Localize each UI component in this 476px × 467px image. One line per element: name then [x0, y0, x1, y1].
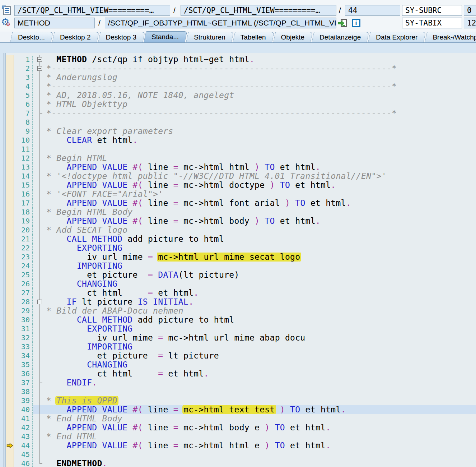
fold-column[interactable]: [33, 55, 46, 64]
line-number[interactable]: 43: [14, 432, 33, 441]
code-line-text[interactable]: * End HTML: [46, 432, 476, 441]
code-line-text[interactable]: EXPORTING: [46, 244, 476, 253]
breakpoint-margin[interactable]: [6, 414, 14, 423]
object-kind-field[interactable]: METHOD: [14, 18, 95, 28]
code-line-text[interactable]: APPEND VALUE #( line = mc->html_doctype …: [46, 181, 476, 190]
code-line-text[interactable]: et_picture = lt_picture: [46, 351, 476, 360]
line-number[interactable]: 18: [14, 208, 33, 217]
breakpoint-margin[interactable]: [6, 253, 14, 262]
line-number[interactable]: 40: [14, 405, 33, 414]
breakpoint-margin[interactable]: [6, 369, 14, 378]
code-line-text[interactable]: CHANGING: [46, 279, 476, 288]
code-line-text[interactable]: ct_html = et_html.: [46, 288, 476, 297]
breakpoint-margin[interactable]: [6, 244, 14, 253]
fold-collapse-icon[interactable]: [37, 66, 42, 71]
code-line-text[interactable]: APPEND VALUE #( line = mc->html_font_ari…: [46, 199, 476, 208]
breakpoint-margin[interactable]: [6, 154, 14, 163]
breakpoint-margin[interactable]: [6, 73, 14, 82]
goto-statement-button[interactable]: [338, 18, 347, 28]
code-line-text[interactable]: *---------------------------------------…: [46, 109, 476, 118]
code-line-text[interactable]: ct_html = et_html.: [46, 369, 476, 378]
line-number[interactable]: 39: [14, 396, 33, 405]
line-number[interactable]: 12: [14, 154, 33, 163]
method-name-field[interactable]: /SCT/QP_IF_OBJTYP_HTML~GET_HTML (/SCT/QP…: [105, 18, 336, 28]
breakpoint-margin[interactable]: [6, 450, 14, 459]
tab-standa-[interactable]: Standa...: [144, 31, 185, 42]
code-line-text[interactable]: * This is QPPD: [46, 396, 476, 405]
breakpoint-margin[interactable]: [6, 100, 14, 109]
line-number[interactable]: 8: [14, 118, 33, 127]
line-number[interactable]: 20: [14, 226, 33, 235]
line-number[interactable]: 28: [14, 297, 33, 306]
code-line-text[interactable]: * '<!doctype html public "-//W3C//DTD HT…: [46, 172, 476, 181]
breakpoint-margin[interactable]: [6, 432, 14, 441]
code-line-text[interactable]: APPEND VALUE #( line = mc->html_text_tes…: [46, 405, 476, 414]
line-number[interactable]: 42: [14, 423, 33, 432]
breakpoint-margin[interactable]: [6, 235, 14, 244]
breakpoint-margin[interactable]: [6, 306, 14, 315]
code-line-text[interactable]: CALL METHOD add_picture_to_html: [46, 315, 476, 324]
sysvar-subrc-field[interactable]: SY-SUBRC: [402, 5, 462, 16]
breakpoint-margin[interactable]: [6, 271, 14, 279]
line-number[interactable]: 33: [14, 342, 33, 351]
code-line-text[interactable]: iv_url_mime = mc->html_url_mime_secat_lo…: [46, 253, 476, 262]
line-number[interactable]: 5: [14, 91, 33, 100]
line-number[interactable]: 37: [14, 378, 33, 387]
line-number-field[interactable]: 44: [345, 5, 400, 16]
breakpoint-margin[interactable]: [6, 279, 14, 288]
code-line-text[interactable]: APPEND VALUE #( line = mc->html_body_e )…: [46, 423, 476, 432]
info-button[interactable]: i: [351, 18, 361, 28]
breakpoint-margin[interactable]: [6, 441, 14, 450]
line-number[interactable]: 4: [14, 82, 33, 91]
code-line-text[interactable]: [46, 450, 476, 459]
breakpoint-margin[interactable]: [6, 217, 14, 226]
code-line-text[interactable]: * Bild der ABAP-Docu nehmen: [46, 306, 476, 315]
tab-data-explorer[interactable]: Data Explorer: [368, 32, 424, 42]
class-field-1[interactable]: /SCT/QP_CL_HTML_VIEW=========…: [14, 5, 170, 16]
code-line-text[interactable]: [46, 387, 476, 396]
line-number[interactable]: 3: [14, 73, 33, 82]
code-line-text[interactable]: CALL METHOD add_picture_to_html: [46, 235, 476, 244]
code-line-text[interactable]: IF lt_picture IS INITIAL.: [46, 297, 476, 306]
line-number[interactable]: 21: [14, 235, 33, 244]
fold-collapse-icon[interactable]: [37, 300, 42, 304]
line-number[interactable]: 15: [14, 181, 33, 190]
breakpoint-margin[interactable]: [6, 127, 14, 136]
line-number[interactable]: 14: [14, 172, 33, 181]
line-number[interactable]: 41: [14, 414, 33, 423]
line-number[interactable]: 31: [14, 324, 33, 333]
line-number[interactable]: 25: [14, 271, 33, 279]
breakpoint-margin[interactable]: [6, 423, 14, 432]
code-line-text[interactable]: * Clear export parameters: [46, 127, 476, 136]
code-line-text[interactable]: [46, 118, 476, 127]
code-line-text[interactable]: * '<FONT FACE="Arial">': [46, 190, 476, 199]
fold-column[interactable]: [33, 64, 46, 73]
breakpoint-margin[interactable]: [6, 208, 14, 217]
breakpoint-margin[interactable]: [6, 333, 14, 342]
code-line-text[interactable]: et_picture = DATA(lt_picture): [46, 271, 476, 279]
breakpoint-margin[interactable]: [6, 324, 14, 333]
fold-column[interactable]: [33, 297, 46, 306]
line-number[interactable]: 26: [14, 279, 33, 288]
breakpoint-margin[interactable]: [6, 118, 14, 127]
code-line-text[interactable]: EXPORTING: [46, 324, 476, 333]
fold-collapse-icon[interactable]: [37, 57, 42, 62]
line-number[interactable]: 1: [14, 55, 33, 64]
tab-desktop-2[interactable]: Desktop 2: [52, 32, 97, 42]
tab-objekte[interactable]: Objekte: [273, 32, 311, 42]
breakpoint-margin[interactable]: [6, 163, 14, 172]
breakpoint-margin[interactable]: [6, 190, 14, 199]
line-number[interactable]: 16: [14, 190, 33, 199]
code-line-text[interactable]: [46, 145, 476, 154]
breakpoint-margin[interactable]: [6, 109, 14, 118]
code-line-text[interactable]: IMPORTING: [46, 262, 476, 271]
breakpoint-margin[interactable]: [6, 396, 14, 405]
line-number[interactable]: 46: [14, 459, 33, 467]
breakpoint-margin[interactable]: [6, 172, 14, 181]
line-number[interactable]: 7: [14, 109, 33, 118]
code-line-text[interactable]: * Begin HTML Body: [46, 208, 476, 217]
breakpoint-margin[interactable]: [6, 82, 14, 91]
code-line-text[interactable]: METHOD /sct/qp_if_objtyp_html~get_html.: [46, 55, 476, 64]
tab-deskto-[interactable]: Deskto...: [10, 32, 51, 42]
code-line-text[interactable]: * Änderungslog: [46, 73, 476, 82]
